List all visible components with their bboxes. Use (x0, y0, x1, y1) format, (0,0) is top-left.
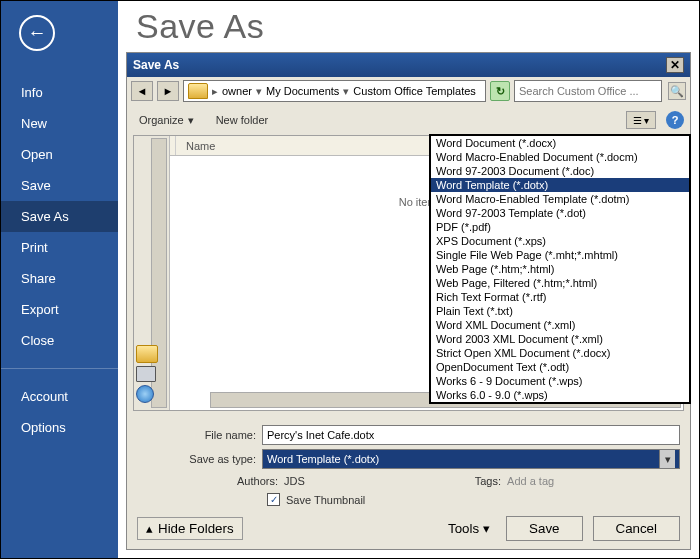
close-button[interactable]: ✕ (666, 57, 684, 73)
sidebar-item-print[interactable]: Print (1, 232, 118, 263)
sidebar-item-save-as[interactable]: Save As (1, 201, 118, 232)
save-as-dialog: Save As ✕ ◄ ► ▸ owner ▾ My Documents ▾ C… (126, 52, 691, 550)
type-option[interactable]: Word 97-2003 Document (*.doc) (431, 164, 689, 178)
sidebar-item-share[interactable]: Share (1, 263, 118, 294)
folder-icon[interactable] (136, 345, 158, 363)
checkbox-icon: ✓ (267, 493, 280, 506)
chevron-down-icon: ▾ (188, 114, 194, 127)
type-option[interactable]: Word XML Document (*.xml) (431, 318, 689, 332)
refresh-button[interactable]: ↻ (490, 81, 510, 101)
chevron-down-icon: ▾ (483, 521, 490, 536)
backstage-sidebar: ← InfoNewOpenSaveSave AsPrintShareExport… (1, 1, 118, 558)
tools-button[interactable]: Tools ▾ (442, 520, 496, 537)
sidebar-item-info[interactable]: Info (1, 77, 118, 108)
search-button[interactable]: 🔍 (668, 82, 686, 100)
type-option[interactable]: Web Page, Filtered (*.htm;*.html) (431, 276, 689, 290)
organize-button[interactable]: Organize ▾ (133, 113, 200, 128)
sidebar-item-account[interactable]: Account (1, 381, 118, 412)
breadcrumb-item[interactable]: My Documents (266, 85, 339, 97)
save-button[interactable]: Save (506, 516, 582, 541)
type-option[interactable]: Word Document (*.docx) (431, 136, 689, 150)
authors-label: Authors: (237, 475, 278, 487)
chevron-down-icon: ▾ (659, 450, 675, 468)
dialog-title: Save As (133, 58, 179, 72)
tags-label: Tags: (475, 475, 501, 487)
chevron-down-icon: ▾ (343, 85, 349, 98)
file-name-input[interactable] (262, 425, 680, 445)
arrow-left-icon: ← (28, 22, 47, 44)
type-option[interactable]: Works 6.0 - 9.0 (*.wps) (431, 388, 689, 402)
save-thumbnail-checkbox[interactable]: ✓ Save Thumbnail (267, 493, 365, 506)
chevron-left-icon: ◄ (137, 85, 148, 97)
type-option[interactable]: Works 6 - 9 Document (*.wps) (431, 374, 689, 388)
type-option[interactable]: Word Macro-Enabled Document (*.docm) (431, 150, 689, 164)
chevron-right-icon: ▸ (212, 85, 218, 98)
search-icon: 🔍 (670, 85, 684, 98)
save-type-combo[interactable]: Word Template (*.dotx) ▾ (262, 449, 680, 469)
file-name-label: File name: (137, 429, 262, 441)
type-option[interactable]: Rich Text Format (*.rtf) (431, 290, 689, 304)
globe-icon[interactable] (136, 385, 154, 403)
authors-value[interactable]: JDS (284, 475, 305, 487)
type-option[interactable]: PDF (*.pdf) (431, 220, 689, 234)
refresh-icon: ↻ (496, 85, 505, 98)
type-option[interactable]: Web Page (*.htm;*.html) (431, 262, 689, 276)
type-option[interactable]: Word Macro-Enabled Template (*.dotm) (431, 192, 689, 206)
type-option[interactable]: Single File Web Page (*.mht;*.mhtml) (431, 248, 689, 262)
cancel-button[interactable]: Cancel (593, 516, 681, 541)
folder-icon (188, 83, 208, 99)
chevron-down-icon: ▾ (256, 85, 262, 98)
sidebar-item-save[interactable]: Save (1, 170, 118, 201)
chevron-right-icon: ► (163, 85, 174, 97)
help-button[interactable]: ? (666, 111, 684, 129)
search-input[interactable]: Search Custom Office ... (514, 80, 662, 102)
sidebar-item-open[interactable]: Open (1, 139, 118, 170)
tags-value[interactable]: Add a tag (507, 475, 554, 487)
computer-icon[interactable] (136, 366, 156, 382)
type-option[interactable]: Plain Text (*.txt) (431, 304, 689, 318)
type-option[interactable]: Word 97-2003 Template (*.dot) (431, 206, 689, 220)
type-option[interactable]: XPS Document (*.xps) (431, 234, 689, 248)
page-title: Save As (118, 1, 699, 52)
navigation-pane[interactable] (134, 136, 170, 410)
help-icon: ? (672, 114, 679, 126)
type-option[interactable]: Word Template (*.dotx) (431, 178, 689, 192)
sidebar-item-new[interactable]: New (1, 108, 118, 139)
nav-back-button[interactable]: ◄ (131, 81, 153, 101)
sidebar-item-options[interactable]: Options (1, 412, 118, 443)
save-type-dropdown[interactable]: Word Document (*.docx)Word Macro-Enabled… (429, 134, 691, 404)
breadcrumb-item[interactable]: owner (222, 85, 252, 97)
column-header-name[interactable]: Name (176, 140, 215, 152)
sidebar-item-export[interactable]: Export (1, 294, 118, 325)
breadcrumb-item[interactable]: Custom Office Templates (353, 85, 475, 97)
type-option[interactable]: OpenDocument Text (*.odt) (431, 360, 689, 374)
type-option[interactable]: Strict Open XML Document (*.docx) (431, 346, 689, 360)
nav-forward-button[interactable]: ► (157, 81, 179, 101)
back-button[interactable]: ← (19, 15, 55, 51)
views-button[interactable]: ☰▾ (626, 111, 656, 129)
breadcrumb[interactable]: ▸ owner ▾ My Documents ▾ Custom Office T… (183, 80, 486, 102)
save-type-label: Save as type: (137, 453, 262, 465)
close-icon: ✕ (670, 58, 680, 72)
sidebar-item-close[interactable]: Close (1, 325, 118, 356)
hide-folders-button[interactable]: ▴ Hide Folders (137, 517, 243, 540)
type-option[interactable]: Word 2003 XML Document (*.xml) (431, 332, 689, 346)
chevron-up-icon: ▴ (146, 521, 153, 536)
new-folder-button[interactable]: New folder (210, 113, 275, 127)
